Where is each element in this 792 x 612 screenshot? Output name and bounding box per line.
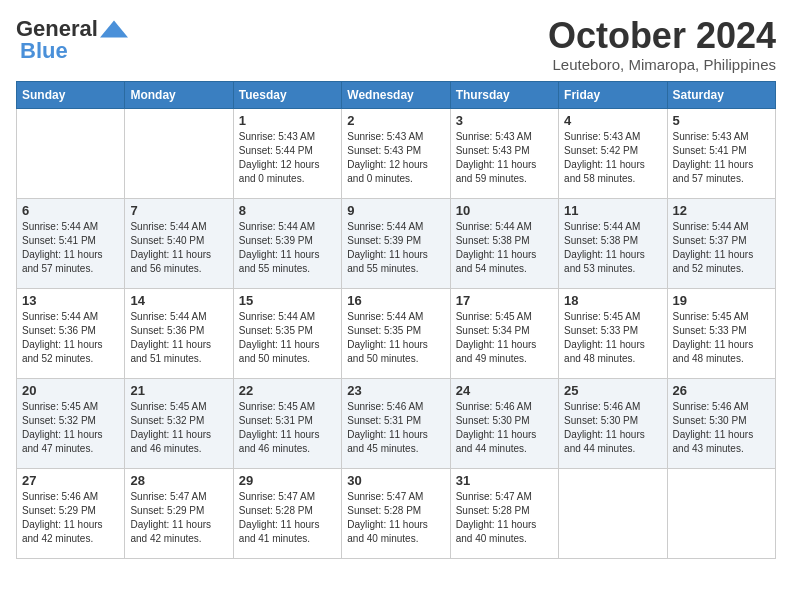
title-section: October 2024 Leuteboro, Mimaropa, Philip…	[548, 16, 776, 73]
calendar-cell: 19Sunrise: 5:45 AMSunset: 5:33 PMDayligh…	[667, 288, 775, 378]
day-number: 16	[347, 293, 444, 308]
calendar-week-row: 27Sunrise: 5:46 AMSunset: 5:29 PMDayligh…	[17, 468, 776, 558]
calendar-cell: 4Sunrise: 5:43 AMSunset: 5:42 PMDaylight…	[559, 108, 667, 198]
day-number: 23	[347, 383, 444, 398]
weekday-header: Monday	[125, 81, 233, 108]
day-info: Sunrise: 5:47 AMSunset: 5:28 PMDaylight:…	[239, 490, 336, 546]
logo-icon	[100, 20, 128, 38]
calendar-cell	[667, 468, 775, 558]
calendar-week-row: 20Sunrise: 5:45 AMSunset: 5:32 PMDayligh…	[17, 378, 776, 468]
calendar-cell: 27Sunrise: 5:46 AMSunset: 5:29 PMDayligh…	[17, 468, 125, 558]
day-info: Sunrise: 5:44 AMSunset: 5:36 PMDaylight:…	[22, 310, 119, 366]
day-number: 30	[347, 473, 444, 488]
day-number: 4	[564, 113, 661, 128]
day-number: 2	[347, 113, 444, 128]
page-header: General Blue October 2024 Leuteboro, Mim…	[16, 16, 776, 73]
calendar-cell: 15Sunrise: 5:44 AMSunset: 5:35 PMDayligh…	[233, 288, 341, 378]
calendar-week-row: 1Sunrise: 5:43 AMSunset: 5:44 PMDaylight…	[17, 108, 776, 198]
calendar-cell: 13Sunrise: 5:44 AMSunset: 5:36 PMDayligh…	[17, 288, 125, 378]
day-info: Sunrise: 5:44 AMSunset: 5:35 PMDaylight:…	[347, 310, 444, 366]
day-number: 26	[673, 383, 770, 398]
day-number: 12	[673, 203, 770, 218]
day-number: 8	[239, 203, 336, 218]
calendar-cell: 11Sunrise: 5:44 AMSunset: 5:38 PMDayligh…	[559, 198, 667, 288]
calendar-cell	[17, 108, 125, 198]
day-info: Sunrise: 5:43 AMSunset: 5:42 PMDaylight:…	[564, 130, 661, 186]
day-info: Sunrise: 5:44 AMSunset: 5:38 PMDaylight:…	[456, 220, 553, 276]
calendar-cell: 7Sunrise: 5:44 AMSunset: 5:40 PMDaylight…	[125, 198, 233, 288]
weekday-header: Friday	[559, 81, 667, 108]
calendar-cell: 6Sunrise: 5:44 AMSunset: 5:41 PMDaylight…	[17, 198, 125, 288]
day-info: Sunrise: 5:46 AMSunset: 5:29 PMDaylight:…	[22, 490, 119, 546]
svg-marker-0	[100, 21, 128, 38]
day-info: Sunrise: 5:43 AMSunset: 5:41 PMDaylight:…	[673, 130, 770, 186]
calendar-cell: 30Sunrise: 5:47 AMSunset: 5:28 PMDayligh…	[342, 468, 450, 558]
calendar-cell: 17Sunrise: 5:45 AMSunset: 5:34 PMDayligh…	[450, 288, 558, 378]
day-number: 17	[456, 293, 553, 308]
day-info: Sunrise: 5:44 AMSunset: 5:37 PMDaylight:…	[673, 220, 770, 276]
day-number: 29	[239, 473, 336, 488]
day-info: Sunrise: 5:44 AMSunset: 5:36 PMDaylight:…	[130, 310, 227, 366]
day-number: 22	[239, 383, 336, 398]
calendar-cell: 18Sunrise: 5:45 AMSunset: 5:33 PMDayligh…	[559, 288, 667, 378]
day-info: Sunrise: 5:47 AMSunset: 5:28 PMDaylight:…	[456, 490, 553, 546]
day-info: Sunrise: 5:45 AMSunset: 5:34 PMDaylight:…	[456, 310, 553, 366]
day-info: Sunrise: 5:45 AMSunset: 5:32 PMDaylight:…	[130, 400, 227, 456]
day-number: 21	[130, 383, 227, 398]
calendar-cell: 2Sunrise: 5:43 AMSunset: 5:43 PMDaylight…	[342, 108, 450, 198]
day-number: 3	[456, 113, 553, 128]
day-info: Sunrise: 5:44 AMSunset: 5:40 PMDaylight:…	[130, 220, 227, 276]
day-info: Sunrise: 5:44 AMSunset: 5:35 PMDaylight:…	[239, 310, 336, 366]
calendar-cell	[559, 468, 667, 558]
day-info: Sunrise: 5:44 AMSunset: 5:38 PMDaylight:…	[564, 220, 661, 276]
day-info: Sunrise: 5:43 AMSunset: 5:44 PMDaylight:…	[239, 130, 336, 186]
calendar-cell: 25Sunrise: 5:46 AMSunset: 5:30 PMDayligh…	[559, 378, 667, 468]
day-info: Sunrise: 5:44 AMSunset: 5:39 PMDaylight:…	[347, 220, 444, 276]
day-info: Sunrise: 5:46 AMSunset: 5:30 PMDaylight:…	[456, 400, 553, 456]
day-number: 31	[456, 473, 553, 488]
day-info: Sunrise: 5:45 AMSunset: 5:32 PMDaylight:…	[22, 400, 119, 456]
calendar-cell: 10Sunrise: 5:44 AMSunset: 5:38 PMDayligh…	[450, 198, 558, 288]
weekday-header: Thursday	[450, 81, 558, 108]
day-info: Sunrise: 5:45 AMSunset: 5:33 PMDaylight:…	[673, 310, 770, 366]
day-info: Sunrise: 5:44 AMSunset: 5:41 PMDaylight:…	[22, 220, 119, 276]
weekday-header-row: SundayMondayTuesdayWednesdayThursdayFrid…	[17, 81, 776, 108]
day-number: 27	[22, 473, 119, 488]
calendar-table: SundayMondayTuesdayWednesdayThursdayFrid…	[16, 81, 776, 559]
day-info: Sunrise: 5:43 AMSunset: 5:43 PMDaylight:…	[347, 130, 444, 186]
day-number: 10	[456, 203, 553, 218]
weekday-header: Sunday	[17, 81, 125, 108]
calendar-cell: 3Sunrise: 5:43 AMSunset: 5:43 PMDaylight…	[450, 108, 558, 198]
logo-blue: Blue	[20, 38, 68, 64]
weekday-header: Tuesday	[233, 81, 341, 108]
calendar-cell: 5Sunrise: 5:43 AMSunset: 5:41 PMDaylight…	[667, 108, 775, 198]
day-number: 25	[564, 383, 661, 398]
day-info: Sunrise: 5:43 AMSunset: 5:43 PMDaylight:…	[456, 130, 553, 186]
month-title: October 2024	[548, 16, 776, 56]
calendar-cell: 12Sunrise: 5:44 AMSunset: 5:37 PMDayligh…	[667, 198, 775, 288]
day-number: 24	[456, 383, 553, 398]
calendar-cell: 28Sunrise: 5:47 AMSunset: 5:29 PMDayligh…	[125, 468, 233, 558]
day-number: 20	[22, 383, 119, 398]
calendar-cell: 20Sunrise: 5:45 AMSunset: 5:32 PMDayligh…	[17, 378, 125, 468]
day-number: 9	[347, 203, 444, 218]
calendar-cell: 1Sunrise: 5:43 AMSunset: 5:44 PMDaylight…	[233, 108, 341, 198]
day-info: Sunrise: 5:47 AMSunset: 5:28 PMDaylight:…	[347, 490, 444, 546]
day-number: 18	[564, 293, 661, 308]
calendar-week-row: 6Sunrise: 5:44 AMSunset: 5:41 PMDaylight…	[17, 198, 776, 288]
day-info: Sunrise: 5:44 AMSunset: 5:39 PMDaylight:…	[239, 220, 336, 276]
logo: General Blue	[16, 16, 128, 64]
day-number: 14	[130, 293, 227, 308]
location: Leuteboro, Mimaropa, Philippines	[548, 56, 776, 73]
day-number: 15	[239, 293, 336, 308]
day-number: 28	[130, 473, 227, 488]
weekday-header: Saturday	[667, 81, 775, 108]
day-number: 13	[22, 293, 119, 308]
day-info: Sunrise: 5:47 AMSunset: 5:29 PMDaylight:…	[130, 490, 227, 546]
day-number: 5	[673, 113, 770, 128]
calendar-cell: 14Sunrise: 5:44 AMSunset: 5:36 PMDayligh…	[125, 288, 233, 378]
calendar-cell: 29Sunrise: 5:47 AMSunset: 5:28 PMDayligh…	[233, 468, 341, 558]
calendar-cell: 16Sunrise: 5:44 AMSunset: 5:35 PMDayligh…	[342, 288, 450, 378]
calendar-cell: 22Sunrise: 5:45 AMSunset: 5:31 PMDayligh…	[233, 378, 341, 468]
calendar-cell: 23Sunrise: 5:46 AMSunset: 5:31 PMDayligh…	[342, 378, 450, 468]
